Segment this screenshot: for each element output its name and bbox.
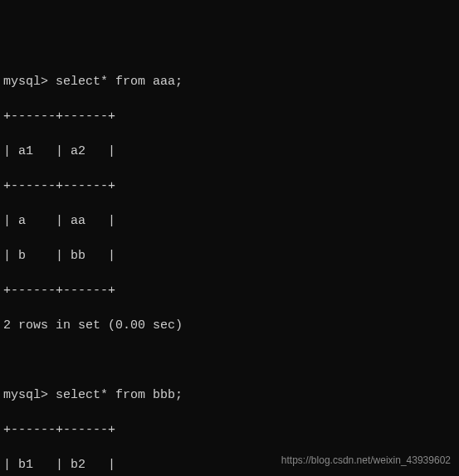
result-message: 2 rows in set (0.00 sec): [3, 317, 456, 334]
table-border: +------+------+: [3, 108, 456, 125]
table-row: | a | aa |: [3, 212, 456, 230]
sql-command: select* from aaa;: [56, 75, 183, 89]
query1-command-line: mysql> select* from aaa;: [3, 73, 456, 90]
sql-command: select* from bbb;: [56, 388, 183, 402]
table-border: +------+------+: [3, 177, 456, 195]
blank-line: [3, 352, 456, 369]
mysql-prompt: mysql>: [3, 75, 48, 89]
watermark-text: https://blog.csdn.net/weixin_43939602: [281, 454, 451, 468]
table-row: | b | bb |: [3, 247, 456, 265]
table-border: +------+------+: [3, 421, 456, 439]
table-border: +------+------+: [3, 282, 456, 299]
table-header: | a1 | a2 |: [3, 143, 456, 160]
mysql-prompt: mysql>: [3, 388, 48, 402]
query2-command-line: mysql> select* from bbb;: [3, 386, 456, 404]
